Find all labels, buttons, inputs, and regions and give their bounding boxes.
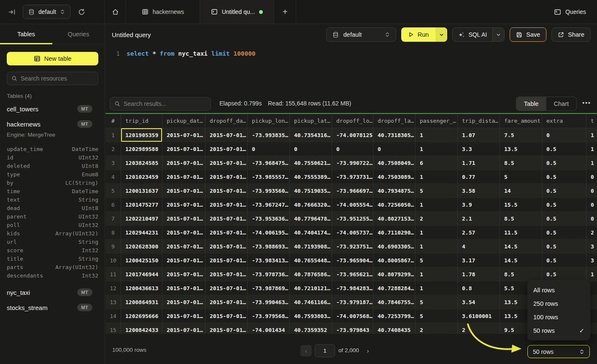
- table-cell[interactable]: -73.979568…: [248, 309, 290, 323]
- table-cell[interactable]: 40.7256050…: [373, 198, 416, 211]
- save-button[interactable]: Save: [510, 27, 546, 42]
- table-cell[interactable]: 40.7593803…: [290, 309, 332, 323]
- table-cell[interactable]: 3: [586, 253, 597, 267]
- table-cell[interactable]: 1: [416, 226, 458, 239]
- query-database-selector[interactable]: default: [326, 27, 396, 42]
- table-cell[interactable]: 2: [416, 212, 458, 225]
- table-cell[interactable]: 1202944231: [121, 226, 162, 239]
- results-more-menu-icon[interactable]: •••: [582, 100, 591, 106]
- database-selector[interactable]: default: [23, 5, 70, 19]
- table-cell[interactable]: 1201023459: [121, 170, 162, 183]
- sql-ai-main[interactable]: SQL AI: [453, 28, 492, 41]
- table-cell[interactable]: 0.77: [458, 170, 500, 183]
- table-cell[interactable]: 40.7666320…: [290, 198, 332, 211]
- table-cell[interactable]: 2015-07-01…: [205, 198, 248, 211]
- table-cell[interactable]: 2015-07-01…: [205, 253, 248, 267]
- refresh-icon[interactable]: [76, 6, 87, 18]
- table-cell[interactable]: -74.005737…: [332, 226, 373, 239]
- table-cell[interactable]: 40.7508049…: [373, 156, 416, 170]
- new-table-button[interactable]: New table: [7, 52, 98, 65]
- column-header[interactable]: fare_amount: [500, 114, 542, 128]
- table-cell[interactable]: 1: [416, 142, 458, 156]
- tab-hackernews[interactable]: hackernews: [126, 0, 200, 24]
- table-cell[interactable]: -73.987869…: [248, 281, 290, 295]
- table-cell[interactable]: -73.990463…: [248, 295, 290, 309]
- tab-untitled-query[interactable]: Untitled qu...: [200, 0, 274, 24]
- table-cell[interactable]: 0.5: [542, 184, 586, 197]
- page-size-option[interactable]: 100 rows: [527, 310, 590, 324]
- table-cell[interactable]: -73.993560…: [248, 184, 290, 197]
- table-cell[interactable]: 0: [373, 142, 416, 156]
- table-cell[interactable]: 40.7359352: [290, 323, 332, 333]
- table-cell[interactable]: 5: [500, 170, 542, 183]
- table-cell[interactable]: 1: [416, 198, 458, 211]
- table-item-nyc-taxi[interactable]: nyc_taxi MT: [0, 285, 105, 300]
- column-header[interactable]: extra: [542, 114, 586, 128]
- table-cell[interactable]: -73.973731…: [332, 170, 373, 183]
- table-cell[interactable]: 40.7193908…: [290, 240, 332, 253]
- table-cell[interactable]: 1200842433: [121, 323, 162, 333]
- table-cell[interactable]: -74.001434: [248, 323, 290, 333]
- table-cell[interactable]: -73.979843: [332, 323, 373, 333]
- table-cell[interactable]: 0.5: [542, 226, 586, 239]
- run-button-main[interactable]: Run: [401, 27, 436, 42]
- table-cell[interactable]: 0.5: [542, 142, 586, 156]
- table-cell[interactable]: 0: [542, 128, 586, 142]
- table-cell[interactable]: 5: [416, 184, 458, 197]
- table-cell[interactable]: 3: [586, 240, 597, 253]
- table-cell[interactable]: 0: [290, 142, 332, 156]
- table-cell[interactable]: 2: [586, 226, 597, 239]
- table-cell[interactable]: 40.7555389…: [290, 170, 332, 183]
- table-cell[interactable]: -73.953636…: [248, 212, 290, 225]
- column-header[interactable]: t: [586, 114, 597, 128]
- table-cell[interactable]: 0.5: [542, 267, 586, 281]
- table-cell[interactable]: 0.5: [542, 156, 586, 170]
- column-header[interactable]: pickup_lon…: [248, 114, 290, 128]
- table-cell[interactable]: -73.979187…: [332, 295, 373, 309]
- table-cell[interactable]: 4: [458, 240, 500, 253]
- table-cell[interactable]: -73.993835…: [248, 128, 290, 142]
- table-cell[interactable]: 40.7876586…: [290, 267, 332, 281]
- table-cell[interactable]: 40.7288284…: [373, 281, 416, 295]
- table-cell[interactable]: -73.988693…: [248, 240, 290, 253]
- table-cell[interactable]: 2015-07-01…: [205, 309, 248, 323]
- table-cell[interactable]: 2015-07-01…: [205, 267, 248, 281]
- table-cell[interactable]: 1: [586, 142, 597, 156]
- table-cell[interactable]: 3.54: [458, 295, 500, 309]
- table-cell[interactable]: 2015-07-01…: [205, 184, 248, 197]
- table-cell[interactable]: 8.5: [500, 267, 542, 281]
- table-cell[interactable]: 40.7934875…: [373, 184, 416, 197]
- sidebar-tab-queries[interactable]: Queries: [52, 24, 105, 44]
- tab-home[interactable]: [105, 0, 126, 24]
- table-cell[interactable]: 0: [586, 198, 597, 211]
- table-cell[interactable]: 40.6903305…: [373, 240, 416, 253]
- share-button[interactable]: Share: [551, 27, 591, 42]
- table-cell[interactable]: 1202628300: [121, 240, 162, 253]
- table-cell[interactable]: 0: [586, 212, 597, 225]
- table-cell[interactable]: 2.1: [458, 212, 500, 225]
- table-cell[interactable]: 1200864931: [121, 295, 162, 309]
- view-toggle-chart[interactable]: Chart: [546, 97, 576, 111]
- column-header[interactable]: dropoff_da…: [205, 114, 248, 128]
- table-cell[interactable]: 2015-07-01…: [162, 295, 205, 309]
- search-results-input[interactable]: [124, 100, 206, 107]
- table-cell[interactable]: 40.7408435: [373, 323, 416, 333]
- table-cell[interactable]: 0: [586, 170, 597, 183]
- table-cell[interactable]: 2015-07-01…: [205, 323, 248, 333]
- table-cell[interactable]: -73.951255…: [332, 212, 373, 225]
- table-cell[interactable]: 13.5: [500, 142, 542, 156]
- table-cell[interactable]: 1: [416, 281, 458, 295]
- table-cell[interactable]: 2015-07-01…: [205, 226, 248, 239]
- table-cell[interactable]: 1202210497: [121, 212, 162, 225]
- column-header[interactable]: trip_id: [121, 114, 162, 128]
- table-cell[interactable]: 3.3: [458, 142, 500, 156]
- column-header[interactable]: dropoff_lo…: [332, 114, 373, 128]
- table-cell[interactable]: -73.966697…: [332, 184, 373, 197]
- page-size-option[interactable]: 50 rows✓: [527, 324, 590, 337]
- table-item-cell-towers[interactable]: cell_towers MT: [0, 101, 105, 116]
- table-cell[interactable]: 1201475277: [121, 198, 162, 211]
- table-cell[interactable]: 2015-07-01…: [162, 170, 205, 183]
- table-cell[interactable]: 1203824585: [121, 156, 162, 170]
- run-button[interactable]: Run: [401, 27, 448, 42]
- table-item-stocks-stream[interactable]: stocks_stream MT: [0, 300, 105, 315]
